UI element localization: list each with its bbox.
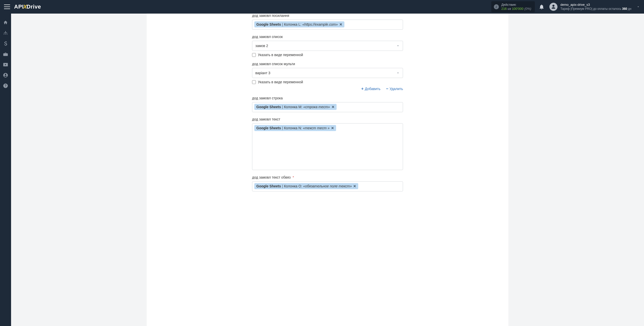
- variable-checkbox[interactable]: [252, 80, 256, 84]
- field-select-multi: дод замовл список мульти варіант 3 Указа…: [252, 62, 403, 91]
- sidebar-home[interactable]: [0, 17, 11, 28]
- select-value: замов 2: [255, 44, 268, 48]
- checkbox-label: Указать в виде переменной: [258, 53, 303, 57]
- select-dropdown[interactable]: варіант 3: [252, 68, 403, 78]
- token-input[interactable]: Google Sheets | Колонка O: «обязательное…: [252, 181, 403, 191]
- logo[interactable]: API X Drive: [14, 4, 41, 10]
- menu-toggle[interactable]: [4, 5, 10, 9]
- field-text-required: дод замовл текст обвяз * Google Sheets |…: [252, 175, 403, 191]
- token-source: Google Sheets: [256, 184, 281, 188]
- token-column: Колонка N:: [284, 126, 302, 130]
- actions-text: Действия: 216 из 100'000 (0%): [501, 3, 531, 11]
- sidebar-partners[interactable]: [0, 49, 11, 59]
- checkbox-label: Указать в виде переменной: [258, 80, 303, 84]
- token-value: «обязательное поле текст»: [303, 184, 352, 188]
- sidebar: [0, 14, 11, 326]
- token-source: Google Sheets: [256, 126, 281, 130]
- actions-total: 100'000: [512, 7, 524, 11]
- actions-of: из: [508, 7, 512, 11]
- form-card: дод замовл посилання Google Sheets | Кол…: [147, 14, 508, 326]
- field-label: дод замовл посилання: [252, 14, 403, 18]
- actions-counter[interactable]: i Действия: 216 из 100'000 (0%): [491, 1, 535, 12]
- field-text: дод замовл текст Google Sheets | Колонка…: [252, 117, 403, 170]
- info-icon: i: [494, 4, 499, 9]
- token-column: Колонка L:: [284, 22, 301, 26]
- mapping-token: Google Sheets | Колонка L: «https://exam…: [254, 21, 344, 27]
- multi-actions: +Добавить −Удалить: [252, 87, 403, 91]
- token-column: Колонка O:: [284, 184, 302, 188]
- token-source: Google Sheets: [256, 105, 281, 109]
- username: demo_apix-drive_s3: [560, 3, 631, 7]
- actions-count: 216: [501, 7, 507, 11]
- tariff-name: Премиум PRO: [571, 7, 591, 11]
- field-label: дод замовл текст: [252, 117, 403, 121]
- chevron-down-icon: [396, 71, 400, 75]
- variable-checkbox-row[interactable]: Указать в виде переменной: [252, 80, 403, 84]
- mapping-token: Google Sheets | Колонка O: «обязательное…: [254, 183, 358, 189]
- field-select-list: дод замовл список замов 2 Указать в виде…: [252, 35, 403, 57]
- token-input[interactable]: Google Sheets | Колонка L: «https://exam…: [252, 20, 403, 30]
- sidebar-connections[interactable]: [0, 28, 11, 38]
- field-label: дод замовл строка: [252, 96, 403, 100]
- sidebar-billing[interactable]: [0, 38, 11, 49]
- field-link: дод замовл посилання Google Sheets | Кол…: [252, 14, 403, 30]
- field-label-text: дод замовл текст обвяз: [252, 175, 291, 179]
- remove-token-icon[interactable]: ✕: [353, 184, 356, 188]
- remove-token-icon[interactable]: ✕: [339, 22, 342, 26]
- actions-pct: (0%): [524, 7, 531, 11]
- mapping-token: Google Sheets | Колонка N: «текст тест »…: [254, 125, 336, 131]
- remove-option-link[interactable]: −Удалить: [386, 87, 403, 91]
- chevron-down-icon: [396, 44, 400, 48]
- top-header: API X Drive i Действия: 216 из 100'000 (…: [0, 0, 644, 14]
- token-textarea[interactable]: Google Sheets | Колонка N: «текст тест »…: [252, 123, 403, 170]
- page: дод замовл посилання Google Sheets | Кол…: [11, 14, 644, 326]
- token-input[interactable]: Google Sheets | Колонка M: «строка тест»…: [252, 102, 403, 112]
- token-source: Google Sheets: [256, 22, 281, 26]
- days-suffix: дн: [627, 7, 631, 11]
- mapping-token: Google Sheets | Колонка M: «строка тест»…: [254, 104, 337, 110]
- logo-api: API: [14, 4, 24, 10]
- remove-label: Удалить: [390, 87, 403, 91]
- add-option-link[interactable]: +Добавить: [361, 87, 380, 91]
- tariff-sep: | до оплаты осталось: [591, 7, 622, 11]
- tariff-prefix: Тариф |: [560, 7, 571, 11]
- user-info: demo_apix-drive_s3 Тариф |Премиум PRO| д…: [560, 3, 631, 11]
- sidebar-video[interactable]: [0, 59, 11, 70]
- token-value: «строка тест»: [303, 105, 330, 109]
- token-column: Колонка M:: [284, 105, 302, 109]
- chevron-down-icon: [636, 5, 640, 9]
- sidebar-profile[interactable]: [0, 70, 11, 80]
- actions-label: Действия:: [501, 3, 531, 7]
- field-label: дод замовл список: [252, 35, 403, 39]
- required-asterisk: *: [293, 175, 294, 179]
- field-string: дод замовл строка Google Sheets | Колонк…: [252, 96, 403, 112]
- remove-token-icon[interactable]: ✕: [331, 126, 334, 130]
- add-label: Добавить: [365, 87, 380, 91]
- select-value: варіант 3: [255, 71, 270, 75]
- variable-checkbox-row[interactable]: Указать в виде переменной: [252, 53, 403, 57]
- logo-drive: Drive: [26, 4, 41, 10]
- remove-token-icon[interactable]: ✕: [332, 105, 335, 109]
- avatar: [549, 3, 557, 11]
- days-left: 360: [622, 7, 627, 11]
- token-value: «https://example.com»: [302, 22, 338, 26]
- user-menu[interactable]: demo_apix-drive_s3 Тариф |Премиум PRO| д…: [549, 3, 640, 11]
- notifications-icon[interactable]: [539, 4, 544, 9]
- sidebar-help[interactable]: [0, 80, 11, 91]
- token-value: «текст тест »: [303, 126, 330, 130]
- field-label: дод замовл список мульти: [252, 62, 403, 66]
- variable-checkbox[interactable]: [252, 53, 256, 57]
- field-label: дод замовл текст обвяз *: [252, 175, 403, 179]
- select-dropdown[interactable]: замов 2: [252, 41, 403, 51]
